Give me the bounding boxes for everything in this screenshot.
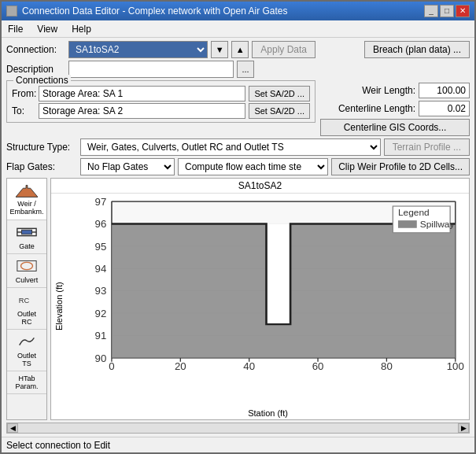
svg-rect-2 xyxy=(21,230,31,234)
left-col: Connection: SA1toSA2 ▼ ▲ Apply Data Desc… xyxy=(6,41,315,123)
title-bar-left: Connection Data Editor - Complex network… xyxy=(6,6,288,17)
culvert-icon xyxy=(16,257,38,275)
connections-group: Connections From: Set SA/2D ... To: Set … xyxy=(6,80,315,123)
flap-gates-select[interactable]: No Flap Gates xyxy=(80,158,175,175)
svg-text:92: 92 xyxy=(95,308,107,319)
svg-text:80: 80 xyxy=(381,362,393,372)
from-set-btn[interactable]: Set SA/2D ... xyxy=(249,86,310,102)
svg-text:93: 93 xyxy=(95,286,107,297)
description-input[interactable] xyxy=(68,61,234,78)
y-axis-label: Elevation (ft) xyxy=(51,194,67,419)
connections-legend: Connections xyxy=(13,75,71,86)
plot-content: Elevation (ft) 97 xyxy=(51,194,469,419)
connection-up-btn[interactable]: ▲ xyxy=(231,41,249,58)
apply-data-button[interactable]: Apply Data xyxy=(252,41,315,58)
lower-section: Weir /Embankm. Gate xyxy=(6,178,470,420)
centerline-gis-button[interactable]: Centerline GIS Coords... xyxy=(320,119,470,136)
svg-rect-45 xyxy=(398,220,417,228)
close-button[interactable]: ✕ xyxy=(456,5,470,17)
svg-text:Spillway: Spillway xyxy=(420,220,455,228)
main-content: Connection: SA1toSA2 ▼ ▲ Apply Data Desc… xyxy=(2,38,474,437)
description-ellipsis-btn[interactable]: ... xyxy=(237,61,254,78)
right-col: Breach (plan data) ... Weir Length: Cent… xyxy=(320,41,470,136)
x-axis-label: Station (ft) xyxy=(248,408,288,418)
tab-gate[interactable]: Gate xyxy=(7,220,46,254)
connection-down-btn[interactable]: ▼ xyxy=(211,41,228,58)
tab-weir-embankment[interactable]: Weir /Embankm. xyxy=(7,179,46,220)
weir-embankment-label: Weir /Embankm. xyxy=(9,201,43,216)
outlet-rc-icon: RC xyxy=(16,291,38,308)
svg-text:Legend: Legend xyxy=(398,209,430,217)
structure-type-row: Structure Type: Weir, Gates, Culverts, O… xyxy=(6,138,470,156)
svg-marker-42 xyxy=(267,223,291,324)
menu-view[interactable]: View xyxy=(34,23,61,35)
status-text: Select connection to Edit xyxy=(6,440,110,451)
sidebar-tabs: Weir /Embankm. Gate xyxy=(6,178,47,420)
svg-text:90: 90 xyxy=(95,353,107,364)
connection-label: Connection: xyxy=(6,44,65,55)
plot-area: SA1toSA2 Elevation (ft) xyxy=(50,178,470,420)
scroll-left-btn[interactable]: ◀ xyxy=(7,423,18,433)
chart-area: 97 96 95 94 93 xyxy=(67,194,469,419)
tab-htab-param[interactable]: HTabParam. xyxy=(7,371,46,394)
menu-bar: File View Help xyxy=(2,20,474,38)
from-input[interactable] xyxy=(39,86,245,102)
weir-length-label: Weir Length: xyxy=(362,85,415,96)
connection-row: Connection: SA1toSA2 ▼ ▲ Apply Data xyxy=(6,41,315,58)
breach-button[interactable]: Breach (plan data) ... xyxy=(364,41,470,58)
svg-text:RC: RC xyxy=(19,297,30,305)
app-icon xyxy=(6,6,17,17)
minimize-button[interactable]: _ xyxy=(424,5,438,17)
menu-file[interactable]: File xyxy=(5,23,26,35)
connection-select[interactable]: SA1toSA2 xyxy=(68,41,208,58)
to-input[interactable] xyxy=(39,103,245,119)
clip-weir-button[interactable]: Clip Weir Profile to 2D Cells... xyxy=(331,158,470,175)
to-row: To: Set SA/2D ... xyxy=(12,103,310,119)
svg-text:96: 96 xyxy=(95,220,107,230)
status-bar: Select connection to Edit xyxy=(2,437,474,452)
svg-marker-0 xyxy=(16,185,38,197)
scroll-right-btn[interactable]: ▶ xyxy=(458,423,469,433)
chart-svg: 97 96 95 94 93 xyxy=(70,197,466,396)
svg-text:40: 40 xyxy=(243,362,255,372)
description-label: Description xyxy=(6,64,65,75)
tab-outlet-ts[interactable]: OutletTS xyxy=(7,330,46,371)
weir-length-input[interactable] xyxy=(419,83,470,98)
outlet-rc-label: OutletRC xyxy=(17,310,36,326)
terrain-profile-button[interactable]: Terrain Profile ... xyxy=(384,138,470,156)
centerline-length-row: Centerline Length: xyxy=(320,101,470,116)
tab-culvert[interactable]: Culvert xyxy=(7,254,46,288)
svg-text:97: 97 xyxy=(95,197,107,207)
flap-gates-row: Flap Gates: No Flap Gates Compute flow e… xyxy=(6,158,470,175)
tab-outlet-rc[interactable]: RC OutletRC xyxy=(7,288,46,330)
svg-text:100: 100 xyxy=(447,362,464,372)
outlet-ts-icon xyxy=(16,333,38,350)
culvert-label: Culvert xyxy=(16,276,39,284)
from-label: From: xyxy=(12,88,35,99)
to-set-btn[interactable]: Set SA/2D ... xyxy=(249,103,310,119)
weir-length-row: Weir Length: xyxy=(320,83,470,98)
horizontal-scrollbar[interactable]: ◀ ▶ xyxy=(6,423,470,434)
to-label: To: xyxy=(12,105,35,116)
centerline-length-label: Centerline Length: xyxy=(338,103,415,114)
maximize-button[interactable]: □ xyxy=(440,5,454,17)
main-window: Connection Data Editor - Complex network… xyxy=(0,0,476,454)
window-title: Connection Data Editor - Complex network… xyxy=(22,6,288,17)
compute-flow-select[interactable]: Compute flow each time ste xyxy=(178,158,328,175)
svg-text:20: 20 xyxy=(175,362,186,372)
svg-text:0: 0 xyxy=(109,362,114,372)
menu-help[interactable]: Help xyxy=(68,23,94,35)
weir-embankment-icon xyxy=(16,182,38,199)
plot-title: SA1toSA2 xyxy=(51,179,469,194)
structure-type-label: Structure Type: xyxy=(6,142,77,153)
flap-gates-label: Flap Gates: xyxy=(6,161,77,172)
svg-text:91: 91 xyxy=(95,331,107,341)
top-section: Connection: SA1toSA2 ▼ ▲ Apply Data Desc… xyxy=(6,41,470,136)
title-buttons: _ □ ✕ xyxy=(424,5,470,17)
centerline-length-input[interactable] xyxy=(419,101,470,116)
htab-param-label: HTabParam. xyxy=(15,375,38,390)
gate-label: Gate xyxy=(19,242,35,250)
structure-type-select[interactable]: Weir, Gates, Culverts, Outlet RC and Out… xyxy=(80,138,381,156)
svg-text:95: 95 xyxy=(95,242,107,252)
title-bar: Connection Data Editor - Complex network… xyxy=(2,2,474,20)
